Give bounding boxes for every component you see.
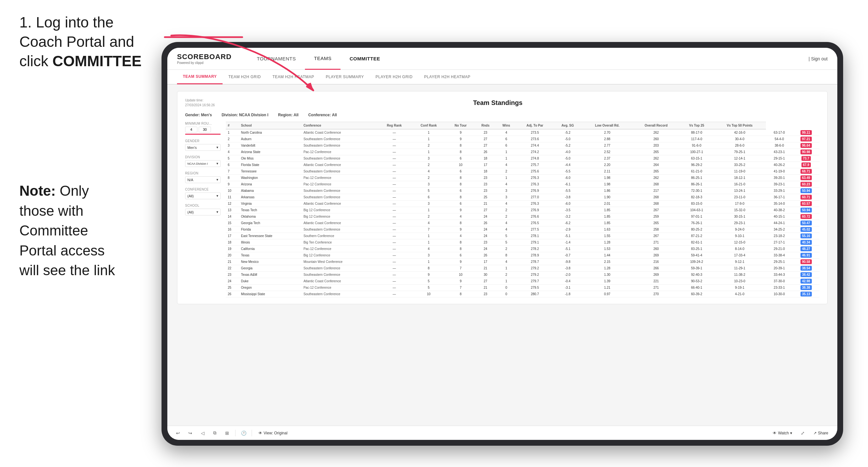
cell-school: Auburn bbox=[239, 136, 301, 143]
school-select[interactable]: (All) ▾ bbox=[185, 209, 221, 215]
cell-low-rd: 221 bbox=[632, 278, 680, 284]
expand-button[interactable]: ⤢ bbox=[799, 429, 807, 437]
subnav-player-h2h-grid[interactable]: PLAYER H2H GRID bbox=[370, 69, 418, 84]
cell-low-rd: 259 bbox=[632, 214, 680, 220]
cell-vs25: 17-9-0 bbox=[713, 200, 766, 207]
subnav-player-h2h-heatmap[interactable]: PLAYER H2H HEATMAP bbox=[418, 69, 476, 84]
cell-vs25: 28-6-0 bbox=[713, 143, 766, 149]
cell-rank: 21 bbox=[226, 259, 239, 265]
division-filter: Division NCAA Division I ▾ bbox=[185, 155, 221, 167]
watch-chevron: ▾ bbox=[790, 431, 792, 435]
cell-reg-rank: — bbox=[378, 162, 411, 168]
cell-reg-rank: — bbox=[378, 168, 411, 175]
col-reg-rank: Reg Rank bbox=[378, 122, 411, 129]
table-row: 5Ole MissSoutheastern Conference—3618127… bbox=[226, 155, 819, 162]
cell-pts: 73.7 bbox=[793, 155, 819, 162]
cell-overall-rec: 86-25-1 bbox=[680, 175, 714, 181]
cell-school: Oklahoma bbox=[239, 214, 301, 220]
cell-reg-rank: — bbox=[378, 188, 411, 194]
subnav-player-summary[interactable]: PLAYER SUMMARY bbox=[320, 69, 370, 84]
cell-no-tour: 9 bbox=[446, 207, 475, 214]
range-slider[interactable] bbox=[185, 134, 221, 135]
cell-rnds: 23 bbox=[475, 291, 496, 298]
subnav-team-h2h-heatmap[interactable]: TEAM H2H HEATMAP bbox=[267, 69, 320, 84]
region-select[interactable]: N/A ▾ bbox=[185, 176, 221, 183]
cell-avg-sg2: 1.90 bbox=[582, 194, 632, 200]
cell-avg-sg2: 1.44 bbox=[582, 252, 632, 259]
cell-avg-sg: -4.0 bbox=[553, 149, 582, 155]
sub-nav: TEAM SUMMARY TEAM H2H GRID TEAM H2H HEAT… bbox=[167, 70, 837, 85]
cell-wins: 4 bbox=[496, 220, 517, 226]
cell-rnds: 23 bbox=[475, 181, 496, 188]
nav-teams[interactable]: TEAMS bbox=[305, 48, 340, 70]
cell-wins: 6 bbox=[496, 143, 517, 149]
cell-avg-sg: -0.7 bbox=[553, 252, 582, 259]
cell-wins: 4 bbox=[496, 129, 517, 136]
undo-button[interactable]: ↩ bbox=[174, 429, 182, 437]
min-rounds-min[interactable] bbox=[185, 127, 197, 132]
back-button[interactable]: ◁ bbox=[198, 429, 207, 437]
cell-conf-rank: 5 bbox=[411, 278, 446, 284]
nav-committee[interactable]: COMMITTEE bbox=[340, 48, 389, 70]
cell-rank: 24 bbox=[226, 278, 239, 284]
cell-no-tour: 8 bbox=[446, 181, 475, 188]
cell-overall-rec: 104-63-1 bbox=[680, 207, 714, 214]
cell-conference: Big 12 Conference bbox=[301, 214, 378, 220]
cell-adj-par: 278.2 bbox=[517, 246, 553, 252]
cell-no-tour: 4 bbox=[446, 233, 475, 239]
clock-button[interactable]: 🕐 bbox=[239, 429, 248, 437]
table-row: 7TennesseeSoutheastern Conference—461822… bbox=[226, 168, 819, 175]
copy-button[interactable]: ⧉ bbox=[211, 429, 219, 437]
subnav-team-h2h-grid[interactable]: TEAM H2H GRID bbox=[223, 69, 267, 84]
cell-rnds: 27 bbox=[475, 278, 496, 284]
cell-low-rd: 262 bbox=[632, 129, 680, 136]
cell-no-tour: 8 bbox=[446, 194, 475, 200]
cell-school: Texas Tech bbox=[239, 207, 301, 214]
view-original-button[interactable]: 👁 View: Original bbox=[256, 430, 290, 437]
cell-avg-sg2: 2.01 bbox=[582, 200, 632, 207]
cell-adj-par: 276.9 bbox=[517, 188, 553, 194]
cell-avg-sg2: 1.30 bbox=[582, 272, 632, 278]
table-row: 21New MexicoMountain West Conference—191… bbox=[226, 259, 819, 265]
cell-conf-rank: 10 bbox=[411, 291, 446, 298]
redo-button[interactable]: ↪ bbox=[186, 429, 194, 437]
cell-vs25: 9-10-1 bbox=[713, 233, 766, 239]
cell-school: Oregon bbox=[239, 284, 301, 291]
filters-panel: Minimum Rou... Gender Men's bbox=[185, 122, 221, 298]
cell-vs50: 35-14-0 bbox=[766, 200, 793, 207]
table-row: 10AlabamaSoutheastern Conference—5623327… bbox=[226, 188, 819, 194]
cell-vs25: 13-24-1 bbox=[713, 188, 766, 194]
cell-wins: 0 bbox=[496, 291, 517, 298]
cell-vs50: 37-30-0 bbox=[766, 278, 793, 284]
cell-pts: 68.71 bbox=[793, 168, 819, 175]
conference-filter-display: Conference: All bbox=[308, 113, 337, 117]
nav-tournaments[interactable]: TOURNAMENTS bbox=[248, 48, 305, 70]
table-row: 24DukeAtlantic Coast Conference—59271279… bbox=[226, 278, 819, 284]
min-rounds-max[interactable] bbox=[199, 127, 211, 132]
gender-select[interactable]: Men's ▾ bbox=[185, 144, 221, 151]
subnav-team-summary[interactable]: TEAM SUMMARY bbox=[177, 69, 223, 84]
cell-conference: Pac-12 Conference bbox=[301, 149, 378, 155]
cell-reg-rank: — bbox=[378, 136, 411, 143]
cell-adj-par: 279.2 bbox=[517, 272, 553, 278]
table-row: 8WashingtonPac-12 Conference—28231276.3-… bbox=[226, 175, 819, 181]
school-filter: School (All) ▾ bbox=[185, 204, 221, 215]
cell-vs25: 15-32-0 bbox=[713, 207, 766, 214]
paste-button[interactable]: ⊞ bbox=[223, 429, 231, 437]
cell-conf-rank: 3 bbox=[411, 155, 446, 162]
watch-button[interactable]: 👁 Watch ▾ bbox=[770, 430, 795, 437]
cell-rnds: 23 bbox=[475, 175, 496, 181]
division-select[interactable]: NCAA Division I ▾ bbox=[185, 160, 221, 167]
cell-avg-sg: -6.2 bbox=[553, 220, 582, 226]
cell-avg-sg: -6.0 bbox=[553, 200, 582, 207]
cell-overall-rec: 66-40-1 bbox=[680, 284, 714, 291]
cell-rnds: 17 bbox=[475, 162, 496, 168]
cell-vs25: 29-23-1 bbox=[713, 220, 766, 226]
conference-select[interactable]: (All) ▾ bbox=[185, 192, 221, 199]
cell-wins: 4 bbox=[496, 181, 517, 188]
cell-vs25: 10-23-0 bbox=[713, 278, 766, 284]
sign-out-link[interactable]: | Sign out bbox=[809, 56, 828, 61]
cell-conference: Southeastern Conference bbox=[301, 188, 378, 194]
col-overall-rec: Overall Record bbox=[632, 122, 680, 129]
share-button[interactable]: ↗ Share bbox=[811, 430, 831, 437]
